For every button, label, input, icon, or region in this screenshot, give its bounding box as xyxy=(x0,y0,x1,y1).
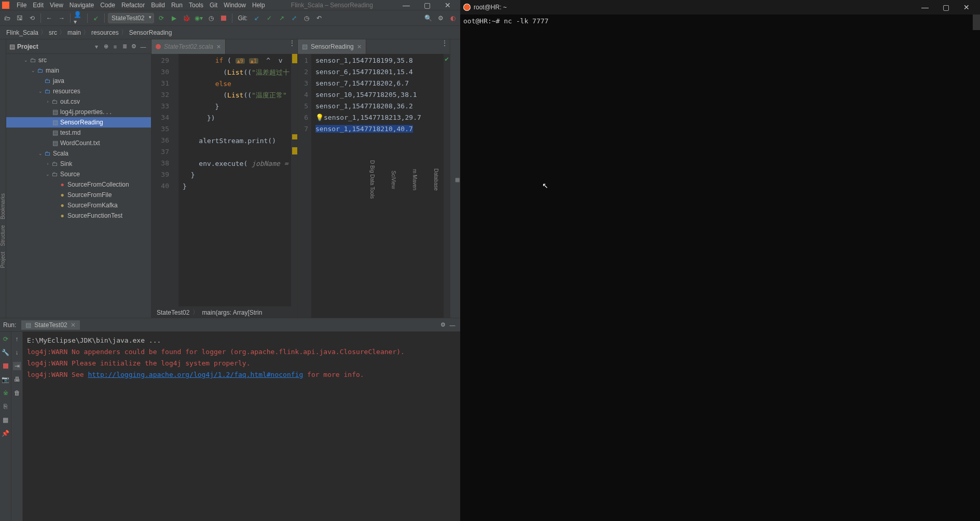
down-icon[interactable]: ↓ xyxy=(13,348,21,357)
tree-row[interactable]: ▤SensorReading xyxy=(6,117,151,128)
tree-row[interactable]: ⌄🗀Scala xyxy=(6,148,151,159)
left-tool-strip[interactable]: Project Structure Bookmarks xyxy=(0,39,6,318)
tree-row[interactable]: ●SourceFromKafka xyxy=(6,200,151,210)
pin-icon[interactable]: 📌 xyxy=(2,429,10,438)
crumb-file[interactable]: SensorReading xyxy=(127,29,174,36)
terminal-scrollbar[interactable] xyxy=(973,15,980,30)
profile-icon[interactable]: ◷ xyxy=(206,13,216,23)
crumb-main[interactable]: main xyxy=(65,29,83,36)
exit-icon[interactable]: ⎘ xyxy=(2,402,10,411)
tab-statetest02[interactable]: StateTest02.scala ✕ xyxy=(151,39,226,54)
tree-row[interactable]: ▤WordCount.txt xyxy=(6,138,151,148)
maven-tool[interactable]: m Maven xyxy=(412,169,418,190)
terminal-body[interactable]: oot@HR:~# nc -lk 7777 xyxy=(460,15,980,521)
menu-window[interactable]: Window xyxy=(220,2,249,9)
minimize-button[interactable]: — xyxy=(396,1,417,9)
tree-row[interactable]: ●SourceFromCollection xyxy=(6,179,151,190)
crumb-project[interactable]: Flink_Scala xyxy=(4,29,40,36)
coverage-icon[interactable]: ◉▾ xyxy=(194,13,204,23)
crumb-src[interactable]: src xyxy=(47,29,59,36)
refresh-icon[interactable]: ⟲ xyxy=(27,13,37,23)
dump-icon[interactable]: ※ xyxy=(2,389,10,397)
database-tool-icon[interactable]: ▦ xyxy=(454,177,460,182)
menu-tools[interactable]: Tools xyxy=(186,2,206,9)
wrap-icon[interactable]: ⇥ xyxy=(13,362,21,370)
expand-icon[interactable]: ≡ xyxy=(111,44,120,50)
chevron-icon[interactable]: ⌄ xyxy=(23,58,29,63)
close-tab-icon[interactable]: ✕ xyxy=(216,44,221,50)
tree-row[interactable]: ●SourceFromFile xyxy=(6,190,151,200)
run-icon[interactable]: ▶ xyxy=(169,13,179,23)
close-tab-icon[interactable]: ✕ xyxy=(357,44,362,50)
code-content[interactable]: sensor_1,1547718199,35.8 sensor_6,154771… xyxy=(311,54,450,318)
avatar-icon[interactable]: 👤▾ xyxy=(74,13,84,23)
stop-icon[interactable] xyxy=(2,362,10,370)
rerun-icon[interactable]: ⟳ xyxy=(2,335,10,343)
tab-menu-icon[interactable]: ⋮ xyxy=(287,39,297,54)
settings-icon[interactable]: ⚙ xyxy=(435,13,446,23)
status-method[interactable]: main(args: Array[Strin xyxy=(202,309,262,316)
code-editor-left[interactable]: 293031323334353637383940 if ( ▲9 ▲1 ^ v … xyxy=(151,54,297,306)
minimize-button[interactable]: — xyxy=(915,3,935,11)
menu-view[interactable]: View xyxy=(47,2,66,9)
code-content[interactable]: if ( ▲9 ▲1 ^ v (List(("温差超过十 else (List(… xyxy=(178,54,297,306)
chevron-icon[interactable]: ⌄ xyxy=(45,172,51,177)
menu-file[interactable]: File xyxy=(13,2,30,9)
close-button[interactable]: ✕ xyxy=(956,3,977,11)
undo-icon[interactable]: ↶ xyxy=(314,13,324,23)
tree-row[interactable]: ●SourceFunctionTest xyxy=(6,210,151,221)
run-config-dropdown[interactable]: StateTest02 xyxy=(108,13,154,23)
hide-icon[interactable]: — xyxy=(139,44,148,50)
marker-strip[interactable] xyxy=(291,54,297,306)
print-icon[interactable]: 🖶 xyxy=(13,375,21,384)
menu-help[interactable]: Help xyxy=(249,2,268,9)
maximize-button[interactable]: ▢ xyxy=(935,3,956,11)
camera-icon[interactable]: 📷 xyxy=(2,375,10,384)
rerun-icon[interactable]: ⟳ xyxy=(156,13,167,23)
status-class[interactable]: StateTest02 xyxy=(157,309,189,316)
collapse-icon[interactable]: ≣ xyxy=(120,43,129,50)
close-button[interactable]: ✕ xyxy=(437,1,458,9)
git-history-icon[interactable]: ⤢ xyxy=(289,13,299,23)
tree-row[interactable]: ›🗀Sink xyxy=(6,159,151,169)
back-icon[interactable]: ← xyxy=(44,13,54,23)
bigdata-tool[interactable]: D Big Data Tools xyxy=(369,160,375,199)
menu-run[interactable]: Run xyxy=(168,2,186,9)
tree-row[interactable]: ⌄🗀Source xyxy=(6,169,151,179)
chevron-icon[interactable]: › xyxy=(45,161,51,166)
chevron-icon[interactable]: ⌄ xyxy=(30,68,36,73)
chevron-icon[interactable]: ⌄ xyxy=(37,89,44,94)
gear-icon[interactable]: ⚙ xyxy=(129,43,139,50)
up-icon[interactable]: ↑ xyxy=(13,335,21,343)
gear-icon[interactable]: ⚙ xyxy=(438,321,448,328)
menu-git[interactable]: Git xyxy=(206,2,220,9)
git-push-icon[interactable]: ↗ xyxy=(277,13,287,23)
clock-icon[interactable]: ◷ xyxy=(301,13,312,23)
tree-row[interactable]: 🗀java xyxy=(6,76,151,86)
marker-strip[interactable]: ✔ xyxy=(444,54,450,318)
save-icon[interactable]: 🖫 xyxy=(15,13,25,23)
tree-row[interactable]: ▤log4j.properties. . . xyxy=(6,107,151,117)
tree-row[interactable]: ⌄🗀resources xyxy=(6,86,151,96)
menu-navigate[interactable]: Navigate xyxy=(66,2,97,9)
menu-build[interactable]: Build xyxy=(148,2,168,9)
maximize-button[interactable]: ▢ xyxy=(417,1,437,9)
sciview-tool[interactable]: SciView xyxy=(391,171,396,189)
hide-icon[interactable]: — xyxy=(448,322,457,328)
tab-menu-icon[interactable]: ⋮ xyxy=(439,39,450,54)
chevron-down-icon[interactable]: ▾ xyxy=(95,43,98,50)
chevron-icon[interactable]: ⌄ xyxy=(37,151,44,156)
tab-sensorreading[interactable]: ▤ SensorReading ✕ xyxy=(298,39,366,54)
stop-icon[interactable] xyxy=(218,13,229,23)
close-run-tab-icon[interactable]: ✕ xyxy=(71,321,76,329)
console-output[interactable]: E:\MyEclipse\JDK\bin\java.exe ...log4j:W… xyxy=(23,332,460,521)
wrench-icon[interactable]: 🔧 xyxy=(2,348,10,357)
crumb-resources[interactable]: resources xyxy=(89,29,121,36)
layout-icon[interactable]: ▦ xyxy=(2,416,10,424)
database-tool[interactable]: Database xyxy=(433,168,439,191)
target-icon[interactable]: ⊕ xyxy=(101,43,111,50)
git-commit-icon[interactable]: ✓ xyxy=(264,13,274,23)
forward-icon[interactable]: → xyxy=(57,13,67,23)
build-icon[interactable]: ↙ xyxy=(91,13,101,23)
trash-icon[interactable]: 🗑 xyxy=(13,389,21,397)
